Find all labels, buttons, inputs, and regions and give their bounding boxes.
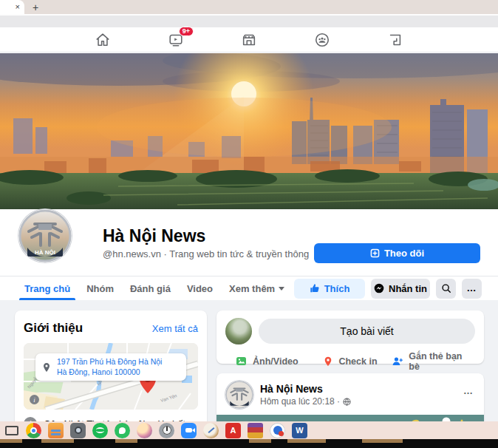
bottom-bar xyxy=(0,439,498,448)
winrar-icon[interactable] xyxy=(248,423,263,438)
running-indicator xyxy=(362,439,403,443)
word-icon[interactable]: W xyxy=(292,423,307,438)
address-line-2: Hà Đông, Hanoi 100000 xyxy=(57,367,162,377)
tab-video[interactable]: Video xyxy=(179,276,221,300)
page-subtitle: @hn.news.vn · Trang web tin tức & truyền… xyxy=(103,248,309,259)
composer-card: Tạo bài viết Ảnh/Video Check in Gắn thẻ … xyxy=(216,310,484,364)
tag-person-icon xyxy=(392,356,403,367)
taskbar: A W xyxy=(0,421,498,439)
globe-icon xyxy=(343,398,351,406)
tab-danh-gia[interactable]: Đánh giá xyxy=(122,276,179,300)
more-button[interactable]: … xyxy=(462,279,482,299)
photo-video-button[interactable]: Ảnh/Video xyxy=(225,351,309,372)
running-indicator xyxy=(0,439,22,443)
browser-tab-strip: × + xyxy=(0,0,498,14)
photo-icon xyxy=(236,356,248,367)
page-logo-text: HÀ NỘI xyxy=(35,249,55,256)
screen: × + 9+ xyxy=(0,0,498,448)
page-tab-bar: Trang chủ Nhóm Đánh giá Video Xem thêm T… xyxy=(0,276,498,300)
post-menu-button[interactable]: … xyxy=(463,385,474,396)
tab-nhom[interactable]: Nhóm xyxy=(78,276,122,300)
zoom-app-icon[interactable] xyxy=(181,423,197,438)
spotify-icon[interactable] xyxy=(92,423,108,438)
page-title: Hà Nội News xyxy=(103,226,205,246)
facebook-top-nav: 9+ xyxy=(0,27,498,52)
chevron-down-icon xyxy=(279,287,284,291)
marketplace-icon[interactable] xyxy=(240,31,258,49)
message-button[interactable]: Nhắn tin xyxy=(371,279,430,299)
see-all-link[interactable]: Xem tất cả xyxy=(152,323,198,334)
browser-address-bar[interactable] xyxy=(0,16,498,27)
checkin-pin-icon xyxy=(323,356,333,367)
running-indicator xyxy=(115,439,137,443)
address-line-1: 197 Trần Phú Hà Đông Hà Nội xyxy=(57,357,162,367)
browser-app-icon[interactable] xyxy=(270,423,285,438)
search-icon xyxy=(441,283,451,293)
user-avatar[interactable] xyxy=(225,318,252,345)
acrobat-icon[interactable]: A xyxy=(225,423,241,438)
follow-plus-icon xyxy=(370,248,380,258)
location-pin-icon xyxy=(41,362,52,373)
evernote-icon[interactable] xyxy=(115,423,130,438)
tab-xem-them[interactable]: Xem thêm xyxy=(221,276,293,300)
running-indicator xyxy=(41,439,74,443)
cover-photo[interactable] xyxy=(0,53,498,209)
browser-tab[interactable]: × xyxy=(0,0,24,14)
post-author-avatar[interactable] xyxy=(225,381,253,409)
follow-button[interactable]: Theo dõi xyxy=(314,243,480,263)
post-timestamp[interactable]: Hôm qua lúc 20:18 · xyxy=(260,396,340,407)
map-info-icon[interactable]: i xyxy=(30,395,39,404)
search-button[interactable] xyxy=(436,279,456,299)
follow-label: Theo dõi xyxy=(384,248,424,259)
intro-title: Giới thiệu xyxy=(24,321,83,336)
running-indicator xyxy=(287,439,326,443)
close-tab-icon[interactable]: × xyxy=(16,3,20,11)
watch-icon[interactable]: 9+ xyxy=(167,31,185,49)
tag-friends-button[interactable]: Gắn thẻ bạn bè xyxy=(392,351,475,372)
watch-badge: 9+ xyxy=(179,27,194,37)
file-manager-icon[interactable] xyxy=(48,423,64,438)
new-tab-button[interactable]: + xyxy=(30,1,41,13)
check-in-button[interactable]: Check in xyxy=(309,351,392,372)
screenshot-camera-icon[interactable] xyxy=(70,423,86,438)
workspace-switcher-icon[interactable] xyxy=(4,423,19,438)
chrome-icon[interactable] xyxy=(26,423,41,438)
page-header: HÀ NỘI Hà Nội News @hn.news.vn · Trang w… xyxy=(0,209,498,276)
post-author-name[interactable]: Hà Nội News xyxy=(260,383,351,395)
running-indicator xyxy=(249,439,271,443)
thumbs-up-icon xyxy=(310,283,320,293)
page-avatar[interactable]: HÀ NỘI xyxy=(18,209,72,262)
map[interactable]: Sông Vạn Yên Nguyễn Th 197 Trần Phú Hà Đ… xyxy=(24,343,198,410)
like-button[interactable]: Thích xyxy=(294,279,365,299)
paint-app-icon[interactable] xyxy=(203,423,219,438)
anime-app-icon[interactable] xyxy=(137,423,152,438)
clock-app-icon[interactable] xyxy=(159,423,174,438)
home-icon[interactable] xyxy=(94,31,112,49)
address-card[interactable]: 197 Trần Phú Hà Đông Hà Nội Hà Đông, Han… xyxy=(35,353,186,381)
gaming-icon[interactable] xyxy=(386,31,404,49)
create-post-input[interactable]: Tạo bài viết xyxy=(259,319,475,344)
groups-icon[interactable] xyxy=(313,31,331,49)
tab-trang-chu[interactable]: Trang chủ xyxy=(16,276,78,300)
messenger-icon xyxy=(374,283,384,293)
